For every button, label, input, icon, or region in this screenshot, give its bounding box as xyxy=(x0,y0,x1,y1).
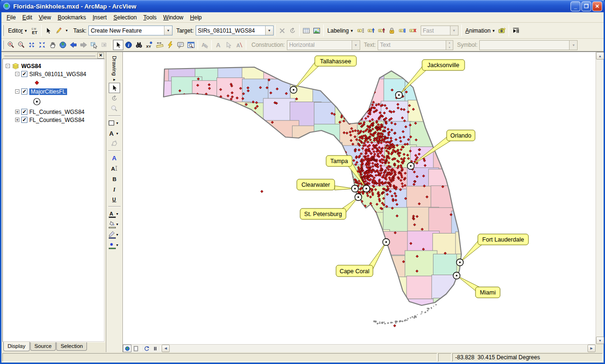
title-bar[interactable]: Florida-Sinkholes.mxd - ArcMap - ArcView… xyxy=(0,0,605,12)
tab-display[interactable]: Display xyxy=(3,342,30,351)
label-manager-icon[interactable]: A xyxy=(355,26,366,36)
zoom-in-icon[interactable] xyxy=(6,40,16,50)
layer-row[interactable]: - ✓ MajorCitiesFL xyxy=(5,87,104,95)
layer-name[interactable]: SIRs_081011_WGS84 xyxy=(29,71,86,78)
layer-name[interactable]: FL_Counties_WGS84 xyxy=(29,109,85,115)
label-weight-icon[interactable]: A xyxy=(376,26,387,36)
refresh-view-icon[interactable] xyxy=(142,345,151,352)
toolbar-grip[interactable] xyxy=(2,25,4,36)
target-combo[interactable]: SIRs_081011_WGS84▼ xyxy=(196,26,274,35)
menu-file[interactable]: File xyxy=(3,13,19,22)
label-priority-icon[interactable]: A xyxy=(366,26,376,36)
layer-row[interactable]: - ✓ SIRs_081011_WGS84 xyxy=(5,70,104,78)
camera-icon[interactable] xyxy=(497,26,507,36)
labeling-menu-button[interactable]: Labeling▾ xyxy=(325,26,355,35)
html-popup-icon[interactable] xyxy=(175,40,186,50)
font-select-icon[interactable]: A xyxy=(109,153,120,163)
collapse-icon[interactable]: - xyxy=(15,89,19,94)
expand-icon[interactable]: + xyxy=(15,118,19,122)
menu-tools[interactable]: Tools xyxy=(140,13,160,22)
layer-name[interactable]: MajorCitiesFL xyxy=(29,88,67,95)
sketch-properties-icon[interactable] xyxy=(311,26,322,36)
pan-icon[interactable] xyxy=(47,40,58,50)
unplaced-labels-icon[interactable]: A xyxy=(407,26,418,36)
italic-icon[interactable]: I xyxy=(109,184,120,194)
minimize-button[interactable]: _ xyxy=(570,1,580,11)
find-icon[interactable] xyxy=(134,40,144,50)
menu-selection[interactable]: Selection xyxy=(110,13,140,22)
hyperlink-icon[interactable] xyxy=(165,40,175,50)
bold-icon[interactable]: B xyxy=(109,173,120,184)
pause-labels-icon[interactable]: A xyxy=(397,26,407,36)
menu-window[interactable]: Window xyxy=(160,13,187,22)
close-button[interactable]: ✕ xyxy=(592,1,602,11)
city-callout-st-petersburg[interactable]: St. Petersburg xyxy=(300,208,346,219)
scroll-up-icon[interactable]: ▲ xyxy=(596,52,604,60)
full-extent-icon[interactable] xyxy=(58,40,68,50)
layer-checkbox[interactable]: ✓ xyxy=(21,109,27,115)
line-color-icon[interactable]: ▾ xyxy=(107,229,122,240)
city-marker-cape-coral[interactable] xyxy=(383,239,390,246)
layer-checkbox[interactable]: ✓ xyxy=(21,71,27,77)
shape-tool-icon[interactable]: ▾ xyxy=(107,118,122,128)
fill-color-icon[interactable]: ▾ xyxy=(107,219,122,229)
map-horizontal-scrollbar[interactable] xyxy=(170,345,588,352)
menu-bookmarks[interactable]: Bookmarks xyxy=(54,13,89,22)
underline-icon[interactable]: U xyxy=(109,194,120,205)
toc-splitter[interactable]: ✕ xyxy=(2,53,105,58)
editor-menu-button[interactable]: Editor▾ xyxy=(6,26,29,35)
measure-icon[interactable] xyxy=(155,40,165,50)
city-marker-st-petersburg[interactable] xyxy=(355,194,362,201)
scroll-down-icon[interactable]: ▼ xyxy=(596,337,604,344)
pause-drawing-icon[interactable] xyxy=(151,345,159,352)
city-marker-miami[interactable] xyxy=(453,272,460,279)
scroll-left-icon[interactable]: ◀ xyxy=(162,345,170,352)
layer-name[interactable]: FL_Counties_WGS84 xyxy=(29,117,85,123)
task-combo[interactable]: Create New Feature▼ xyxy=(88,26,173,35)
zoom-out-icon[interactable] xyxy=(16,40,26,50)
tab-source[interactable]: Source xyxy=(30,342,56,351)
toolbar-grip[interactable] xyxy=(2,41,4,49)
tab-selection[interactable]: Selection xyxy=(56,342,87,351)
back-extent-icon[interactable] xyxy=(68,40,78,50)
fixed-zoom-in-icon[interactable] xyxy=(26,40,37,50)
city-marker-tallahassee[interactable] xyxy=(290,87,297,94)
layer-checkbox[interactable]: ✓ xyxy=(21,117,27,123)
toc-close-icon[interactable]: ✕ xyxy=(97,52,104,59)
map-vertical-scrollbar[interactable]: ▲ ▼ xyxy=(596,52,604,344)
toc-frame-row[interactable]: - WGS84 xyxy=(5,62,104,70)
menu-help[interactable]: Help xyxy=(187,13,205,22)
map-canvas[interactable]: TallahasseeJacksonvilleOrlandoTampaClear… xyxy=(123,52,596,344)
layer-row[interactable]: + ✓ FL_Counties_WGS84 xyxy=(5,108,104,116)
select-features-icon[interactable] xyxy=(89,40,99,50)
restore-button[interactable]: ❐ xyxy=(581,1,591,11)
city-marker-fort-lauderdale[interactable] xyxy=(457,259,464,266)
city-marker-orlando[interactable] xyxy=(407,163,415,170)
menu-edit[interactable]: Edit xyxy=(19,13,35,22)
lock-labels-icon[interactable] xyxy=(387,26,397,36)
city-callout-tallahassee[interactable]: Tallahassee xyxy=(315,56,356,66)
attributes-icon[interactable] xyxy=(301,26,311,36)
city-callout-miami[interactable]: Miami xyxy=(475,287,500,298)
scroll-right-icon[interactable]: ▶ xyxy=(588,345,596,352)
animation-controls-icon[interactable] xyxy=(510,26,521,36)
et-tools-icon[interactable]: G WET xyxy=(29,26,40,36)
layer-row[interactable]: + ✓ FL_Counties_WGS84 xyxy=(5,116,104,124)
city-marker-clearwater[interactable] xyxy=(352,185,359,192)
identify-icon[interactable]: i xyxy=(123,40,134,50)
layer-checkbox[interactable]: ✓ xyxy=(21,88,27,95)
city-callout-jacksonville[interactable]: Jacksonville xyxy=(422,60,465,70)
select-elements-icon[interactable] xyxy=(109,83,120,93)
city-callout-orlando[interactable]: Orlando xyxy=(447,130,475,141)
collapse-icon[interactable]: - xyxy=(15,72,19,76)
menu-view[interactable]: View xyxy=(35,13,54,22)
city-callout-fort-lauderdale[interactable]: Fort Lauderdale xyxy=(478,234,528,245)
text-tool-icon[interactable]: A▾ xyxy=(107,128,122,139)
city-callout-clearwater[interactable]: Clearwater xyxy=(297,179,335,190)
collapse-icon[interactable]: - xyxy=(6,64,10,68)
city-callout-tampa[interactable]: Tampa xyxy=(326,156,352,166)
font-color-icon[interactable]: A▾ xyxy=(107,208,122,219)
expand-icon[interactable]: + xyxy=(15,110,19,114)
marker-color-icon[interactable]: ▾ xyxy=(107,240,122,250)
fixed-zoom-out-icon[interactable] xyxy=(37,40,47,50)
